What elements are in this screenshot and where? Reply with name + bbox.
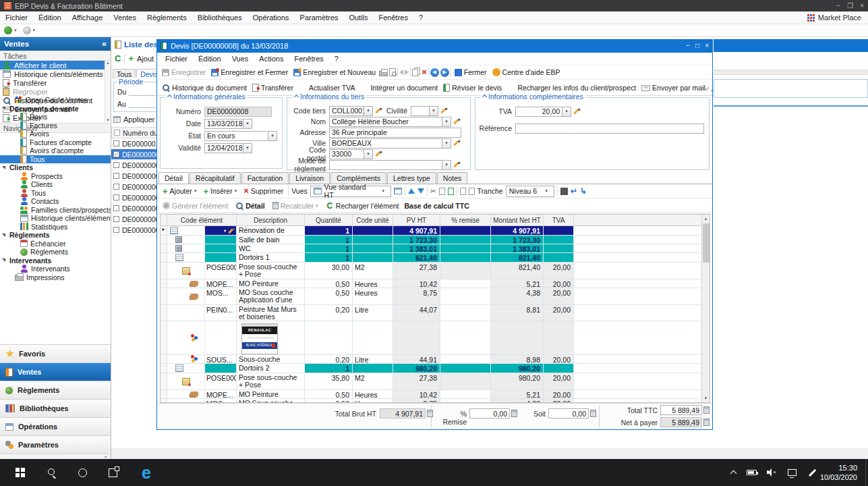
- action-toolbar-button[interactable]: Recharger les infos du client/prospect: [505, 83, 638, 92]
- mode-reglement-edit-icon[interactable]: [453, 161, 460, 168]
- date-dropdown-icon[interactable]: ▼: [243, 119, 252, 129]
- quantity-cell[interactable]: 1: [305, 244, 353, 252]
- toolbar-button[interactable]: Fermer: [453, 68, 489, 77]
- code-element-cell[interactable]: [205, 364, 237, 373]
- grid-header-cell[interactable]: PV HT: [393, 215, 440, 225]
- description-cell[interactable]: MO Peinture: [237, 279, 305, 288]
- row-checkbox[interactable]: [113, 162, 119, 168]
- pv-ht-cell[interactable]: 821,40: [393, 253, 440, 262]
- doc-option-1-icon[interactable]: [460, 188, 466, 195]
- validite-dropdown-icon[interactable]: ▼: [243, 143, 252, 153]
- code-tiers-edit-icon[interactable]: [375, 107, 382, 114]
- taskbar-clock[interactable]: 15:30 10/03/2020: [820, 459, 857, 486]
- remise-cell[interactable]: [440, 364, 491, 373]
- description-cell[interactable]: Rénovation de l'internat: [237, 226, 305, 235]
- pv-ht-cell[interactable]: 1 723,30: [393, 236, 440, 244]
- collapse-group-icon[interactable]: [167, 94, 172, 99]
- nav-tree-item[interactable]: Clients: [0, 180, 111, 189]
- montant-net-cell[interactable]: 980,20: [491, 364, 544, 373]
- pv-ht-cell[interactable]: 27,38: [393, 373, 440, 389]
- code-tiers-dropdown-icon[interactable]: ▼: [364, 106, 373, 116]
- code-element-cell[interactable]: POSE0004: [205, 373, 237, 389]
- inserer-button[interactable]: +Insérer▾: [201, 186, 239, 197]
- pv-ht-cell[interactable]: 44,07: [393, 305, 440, 321]
- pv-ht-cell[interactable]: [393, 321, 440, 354]
- collapse-group-icon[interactable]: [294, 94, 299, 99]
- nav-tree-item[interactable]: Factures: [0, 122, 111, 130]
- code-element-cell[interactable]: MOPE...: [205, 390, 237, 398]
- toolbar-button[interactable]: Enregistrer et Nouveau: [291, 68, 378, 77]
- dialog-menu-item[interactable]: Fichier: [160, 53, 193, 65]
- unit-cell[interactable]: Litre: [353, 355, 393, 363]
- unit-cell[interactable]: [353, 364, 393, 373]
- code-element-cell[interactable]: MOS...: [205, 288, 237, 304]
- scroll-down-icon[interactable]: ▼: [702, 394, 710, 402]
- tva-edit-icon[interactable]: [573, 108, 580, 115]
- remise-cell[interactable]: [440, 288, 491, 304]
- task-item[interactable]: Historique clients/éléments: [0, 70, 105, 78]
- quantity-cell[interactable]: 35,80: [305, 373, 353, 389]
- remise-cell[interactable]: [440, 390, 491, 398]
- detail-tab[interactable]: Récapitulatif: [190, 172, 241, 184]
- code-element-cell[interactable]: POSE0004: [205, 263, 237, 279]
- quantity-cell[interactable]: 30,00: [305, 263, 353, 279]
- grid-header-cell[interactable]: Code élément: [167, 215, 237, 225]
- soit-field[interactable]: 0,00: [548, 408, 589, 418]
- detail-tab[interactable]: Lettres type: [387, 172, 436, 184]
- montant-net-cell[interactable]: [491, 321, 544, 354]
- start-button[interactable]: [5, 459, 35, 486]
- grid-settings-icon[interactable]: [394, 188, 402, 194]
- code-element-cell[interactable]: MOPE...: [205, 279, 237, 288]
- nav-tree-item[interactable]: Prospects: [0, 172, 111, 181]
- grid-row[interactable]: PEIN0...Peinture Mat Murs et boiseries2.…: [161, 305, 702, 321]
- action-toolbar-button[interactable]: Transférer: [250, 83, 295, 92]
- numero-column-header[interactable]: Numéro du: [123, 129, 158, 137]
- tva-field[interactable]: 20,00: [515, 107, 562, 117]
- grid-row[interactable]: POSE0004Pose sous-couche + Posepeinture …: [161, 263, 702, 279]
- unit-cell[interactable]: [353, 253, 393, 262]
- expander-icon[interactable]: [2, 259, 5, 262]
- description-cell[interactable]: MO Sous coucheApplication d'une sous cou…: [237, 288, 305, 304]
- montant-net-cell[interactable]: 980,20: [491, 373, 544, 389]
- task-item[interactable]: Transférer: [0, 78, 105, 87]
- app-menu-item[interactable]: Outils: [343, 11, 373, 24]
- search-button[interactable]: [37, 459, 67, 486]
- grid-header-cell[interactable]: % remise: [440, 215, 491, 225]
- code-element-cell[interactable]: [205, 253, 237, 262]
- scroll-up-icon[interactable]: ▲: [702, 215, 710, 223]
- ajouter-button[interactable]: +Ajouter▾: [161, 186, 198, 197]
- quantity-cell[interactable]: 1: [305, 253, 353, 262]
- nav-tree-item[interactable]: Intervenants: [0, 256, 111, 265]
- description-cell[interactable]: Peinture Mat Murs et boiseries2.5 l: [237, 305, 305, 321]
- market-place-button[interactable]: Market Place: [807, 14, 868, 22]
- unit-cell[interactable]: [353, 321, 393, 354]
- unit-cell[interactable]: [353, 226, 393, 235]
- civilite-edit-icon[interactable]: [440, 107, 447, 114]
- remise-cell[interactable]: [440, 244, 491, 252]
- pv-ht-cell[interactable]: 1 383,01: [393, 244, 440, 252]
- nav-tree-item[interactable]: Familles clients/prospects: [0, 206, 111, 215]
- grid-row[interactable]: MOPE...MO Peinture0,50Heures10,425,2120,…: [161, 279, 702, 288]
- grid-header-cell[interactable]: Montant Net HT: [491, 215, 544, 225]
- montant-net-cell[interactable]: 5,21: [491, 390, 544, 398]
- detail-tab[interactable]: Notes: [437, 172, 467, 184]
- copy-icon[interactable]: [412, 69, 418, 76]
- forward-icon[interactable]: [405, 70, 409, 75]
- unit-cell[interactable]: Heures: [353, 288, 393, 304]
- quantity-cell[interactable]: 1: [305, 364, 353, 373]
- toolbar-button[interactable]: Enregistrer: [160, 68, 208, 77]
- unit-cell[interactable]: M2: [353, 373, 393, 389]
- quantity-cell[interactable]: 1: [305, 226, 353, 235]
- tva-cell[interactable]: 20,00: [544, 373, 574, 389]
- grid-row[interactable]: MOS...MO Sous coucheApplication d'une so…: [161, 288, 702, 305]
- row-checkbox[interactable]: ✓: [113, 151, 119, 157]
- sidebar-module-button[interactable]: Opérations: [0, 417, 111, 435]
- edge-button[interactable]: e: [132, 459, 161, 486]
- remise-cell[interactable]: [440, 279, 491, 288]
- action-toolbar-button[interactable]: Envoyer par mail: [639, 83, 707, 92]
- au-field[interactable]: [129, 101, 156, 108]
- row-checkbox[interactable]: [113, 184, 119, 190]
- remise-field[interactable]: 0,00: [469, 408, 510, 418]
- dialog-menu-item[interactable]: ?: [329, 53, 344, 65]
- move-up-icon[interactable]: [408, 188, 415, 194]
